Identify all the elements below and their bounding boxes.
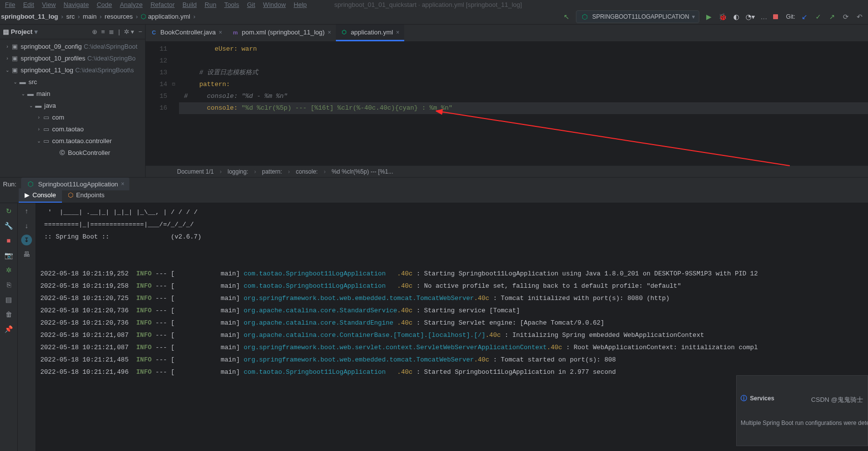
menu-analyze[interactable]: Analyze (120, 1, 143, 8)
expand-all-icon[interactable]: ≡ (101, 28, 105, 35)
close-icon[interactable]: × (328, 29, 331, 36)
up-icon[interactable]: ↑ (20, 205, 33, 217)
run-config-selector[interactable]: ⬡ SPRINGBOOT11LOGAPPLICATION ▾ (576, 10, 699, 23)
layout-icon[interactable]: ▤ (2, 294, 16, 305)
hide-icon[interactable]: − (138, 28, 142, 35)
close-icon[interactable]: × (219, 29, 222, 36)
crumb[interactable]: ⬡ application.yml (141, 13, 190, 20)
tree-twisty[interactable]: ⌄ (35, 138, 42, 144)
tree-node[interactable]: ›▭com.taotao (0, 123, 145, 135)
editor-crumb[interactable]: console: (296, 168, 318, 175)
rerun-icon[interactable]: ↻ (2, 205, 16, 217)
editor-crumb[interactable]: %d %clr(%5p) --- [%1... (331, 168, 393, 175)
print-icon[interactable]: 🖶 (20, 248, 33, 260)
class-icon: Ⓒ (58, 149, 66, 156)
git-update-icon[interactable]: ↙ (800, 12, 809, 21)
services-notification[interactable]: ⓘServices Multiple Spring Boot run confi… (736, 375, 868, 446)
tree-node[interactable]: ›▣springboot_10_profilesC:\idea\SpringBo (0, 52, 145, 64)
menu-help[interactable]: Help (294, 1, 307, 8)
settings-icon[interactable]: ✲ ▾ (124, 28, 135, 35)
editor[interactable]: 111213141516 ⊟ eUser: warn # 设置日志模板格式 pa… (146, 41, 868, 165)
git-history-icon[interactable]: ⟳ (841, 12, 850, 21)
profile-icon[interactable]: ◔▾ (746, 12, 754, 21)
menu-view[interactable]: View (42, 1, 56, 8)
crumb[interactable]: springboot_11_log (1, 13, 58, 20)
tree-node[interactable]: ⌄▬main (0, 88, 145, 99)
menu-navigate[interactable]: Navigate (63, 1, 89, 8)
run-config-name: SPRINGBOOT11LOGAPPLICATION (592, 13, 689, 20)
tree-node[interactable]: ⌄▬src (0, 76, 145, 88)
code-area[interactable]: eUser: warn # 设置日志模板格式 pattern:# console… (179, 41, 868, 165)
tree-twisty[interactable]: › (4, 44, 11, 49)
menu-code[interactable]: Code (97, 1, 112, 8)
crumb[interactable]: resources (105, 13, 133, 20)
tree-node[interactable]: ›▭com (0, 111, 145, 123)
bug-icon[interactable]: ✲ (2, 264, 16, 276)
editor-crumb[interactable]: logging: (228, 168, 248, 175)
file-icon: m (232, 29, 239, 36)
tree-twisty[interactable]: ⌄ (28, 103, 34, 108)
exit-icon[interactable]: ⎘ (2, 279, 16, 291)
editor-crumb[interactable]: pattern: (262, 168, 282, 175)
stop-icon[interactable]: ■ (2, 235, 16, 246)
gutter-fold[interactable]: ⊟ (172, 41, 179, 165)
tree-twisty[interactable]: ⌄ (20, 91, 27, 96)
menu-window[interactable]: Window (263, 1, 286, 8)
menu-edit[interactable]: Edit (23, 1, 34, 8)
tree-node[interactable]: ⌄▣springboot_11_logC:\idea\SpringBoot\s (0, 64, 145, 76)
editor-tab[interactable]: CBookController.java× (146, 25, 227, 41)
run-icon[interactable]: ▶ (704, 12, 713, 21)
run-inner-tab-console[interactable]: ▶Console (19, 188, 62, 203)
menu-git[interactable]: Git (247, 1, 255, 8)
menu-run[interactable]: Run (205, 1, 216, 8)
menu-build[interactable]: Build (182, 1, 197, 8)
tree-twisty[interactable]: ⌄ (12, 79, 19, 85)
menu-refactor[interactable]: Refactor (150, 1, 175, 8)
tree-twisty[interactable]: › (35, 126, 42, 132)
attach-icon[interactable]: … (759, 12, 768, 21)
wrench-icon[interactable]: 🔧 (2, 220, 16, 232)
crumb[interactable]: main (83, 13, 96, 20)
settings-divider-icon: | (118, 28, 120, 35)
trash-icon[interactable]: 🗑 (2, 308, 16, 320)
close-icon[interactable]: × (396, 29, 399, 36)
tree-twisty[interactable]: › (35, 115, 42, 120)
project-tree[interactable]: ›▣springboot_09_configC:\idea\SpringBoot… (0, 39, 145, 177)
collapse-all-icon[interactable]: ≣ (109, 28, 114, 35)
tree-node[interactable]: ›▣springboot_09_configC:\idea\SpringBoot (0, 40, 145, 52)
console-output[interactable]: ' |____| .__|_| |_|_| |_\__, | / / / / =… (35, 203, 868, 451)
select-opened-icon[interactable]: ⊕ (92, 28, 97, 35)
menu-file[interactable]: File (5, 1, 15, 8)
camera-icon[interactable]: 📷 (2, 249, 16, 261)
editor-tab[interactable]: ⬡application.yml× (336, 25, 404, 41)
project-view-label[interactable]: ▤ Project ▾ (3, 28, 88, 35)
build-icon[interactable]: ↖ (562, 12, 571, 21)
console-icon: ▶ (25, 191, 30, 199)
log-line: 2022-05-18 10:21:21,087 INFO --- [ main]… (40, 341, 863, 354)
tree-node[interactable]: ⒸBookController (0, 147, 145, 158)
spring-icon: ⬡ (26, 180, 35, 188)
coverage-icon[interactable]: ◐ (732, 12, 741, 21)
down-icon[interactable]: ↓ (20, 220, 33, 232)
navigation-row: springboot_11_log›src›main›resources›⬡ a… (0, 9, 868, 25)
debug-icon[interactable]: 🐞 (718, 12, 727, 21)
tree-twisty[interactable]: › (4, 56, 11, 61)
tree-twisty[interactable]: ⌄ (4, 67, 11, 73)
close-icon[interactable]: × (121, 180, 124, 187)
menu-tools[interactable]: Tools (224, 1, 239, 8)
tree-node[interactable]: ⌄▬java (0, 99, 145, 111)
stop-icon[interactable] (773, 14, 778, 19)
package-icon: ▭ (42, 114, 50, 121)
git-revert-icon[interactable]: ↶ (855, 12, 864, 21)
log-line: 2022-05-18 10:21:19,252 INFO --- [ main]… (40, 268, 863, 280)
document-counter: Document 1/1 (177, 168, 214, 175)
run-inner-tab-endpoints[interactable]: ⬡Endpoints (62, 188, 111, 203)
pin-icon[interactable]: 📌 (2, 323, 16, 335)
crumb[interactable]: src (66, 13, 75, 20)
scroll-end-icon[interactable]: ↧ (21, 235, 32, 245)
git-push-icon[interactable]: ↗ (828, 12, 837, 21)
sidebar-header: ▤ Project ▾ ⊕ ≡ ≣ | ✲ ▾ − (0, 25, 145, 39)
git-commit-icon[interactable]: ✓ (814, 12, 823, 21)
editor-tab[interactable]: mpom.xml (springboot_11_log)× (227, 25, 336, 41)
tree-node[interactable]: ⌄▭com.taotao.controller (0, 135, 145, 147)
